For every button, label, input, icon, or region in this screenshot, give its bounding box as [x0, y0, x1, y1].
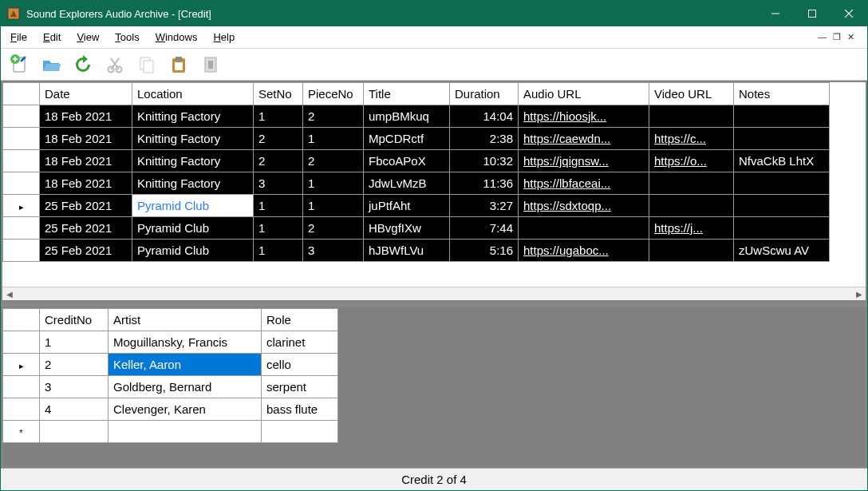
scroll-right-icon[interactable]: ▶ [852, 290, 866, 299]
table-row[interactable]: ▸25 Feb 2021Pyramid Club11juPtfAht3:27ht… [3, 195, 830, 217]
pieces-grid[interactable]: DateLocationSetNoPieceNoTitleDurationAud… [2, 82, 830, 262]
refresh-button[interactable] [69, 51, 97, 78]
col-header-title[interactable]: Title [364, 83, 450, 105]
cell-notes[interactable] [734, 217, 830, 240]
table-row[interactable]: 1Moguillansky, Francisclarinet [3, 331, 338, 354]
cell-pieceno[interactable]: 1 [303, 195, 364, 217]
cell-duration[interactable]: 10:32 [450, 150, 519, 172]
cell-audiourl[interactable]: https://ugaboc... [519, 240, 649, 262]
link[interactable]: https://o... [654, 154, 707, 168]
link[interactable]: https://sdxtoqp... [523, 199, 611, 212]
cell-role[interactable]: cello [262, 354, 338, 376]
cell-setno[interactable]: 1 [254, 217, 303, 240]
table-row[interactable]: 25 Feb 2021Pyramid Club13hJBWfLVu5:16htt… [3, 240, 830, 262]
cell-pieceno[interactable]: 2 [303, 217, 364, 240]
cell-pieceno[interactable]: 3 [303, 240, 364, 262]
cell-audiourl[interactable]: https://caewdn... [519, 128, 649, 150]
col-header-role[interactable]: Role [262, 309, 338, 331]
menu-file[interactable]: File [10, 31, 27, 43]
open-button[interactable] [37, 51, 65, 78]
link[interactable]: https://caewdn... [523, 132, 610, 145]
link[interactable]: https://j... [654, 221, 703, 235]
row-header[interactable] [3, 105, 40, 128]
table-row[interactable]: 18 Feb 2021Knitting Factory12umpBMkuq14:… [3, 105, 830, 128]
cell-creditno[interactable]: 2 [40, 354, 108, 376]
row-header[interactable] [3, 128, 40, 150]
cell-role[interactable]: bass flute [262, 398, 338, 421]
link[interactable]: https://hioosjk... [523, 109, 606, 123]
cell-setno[interactable]: 2 [254, 128, 303, 150]
cell-title[interactable]: juPtfAht [364, 195, 450, 217]
cell-date[interactable]: 18 Feb 2021 [40, 128, 132, 150]
cell-notes[interactable]: zUwScwu AV [734, 240, 830, 262]
copy-button[interactable] [133, 51, 160, 78]
cell-duration[interactable]: 5:16 [450, 240, 519, 262]
cell-notes[interactable] [734, 172, 830, 195]
cell-duration[interactable]: 14:04 [450, 105, 519, 128]
cell-audiourl[interactable] [519, 217, 649, 240]
row-header[interactable]: ▸ [3, 354, 40, 376]
cell-location[interactable]: Knitting Factory [132, 172, 254, 195]
cell-title[interactable]: umpBMkuq [364, 105, 450, 128]
cell-videourl[interactable] [649, 172, 734, 195]
cell-videourl[interactable]: https://c... [649, 128, 734, 150]
col-header-creditno[interactable]: CreditNo [40, 309, 108, 331]
row-header[interactable] [3, 240, 40, 262]
table-row[interactable]: 18 Feb 2021Knitting Factory21MpCDRctf2:3… [3, 128, 830, 150]
table-row[interactable]: 25 Feb 2021Pyramid Club12HBvgfIXw7:44htt… [3, 217, 830, 240]
mdi-restore-icon[interactable]: ❐ [833, 32, 841, 42]
mdi-close-icon[interactable]: ✕ [847, 32, 854, 42]
table-row[interactable]: * [3, 421, 338, 443]
menu-windows[interactable]: Windows [156, 31, 198, 43]
cell-videourl[interactable]: https://o... [649, 150, 734, 172]
table-row[interactable]: ▸2Keller, Aaroncello [3, 354, 338, 376]
col-header-duration[interactable]: Duration [450, 83, 519, 105]
menu-tools[interactable]: Tools [115, 31, 139, 43]
cell-pieceno[interactable]: 2 [303, 105, 364, 128]
table-row[interactable]: 3Goldberg, Bernardserpent [3, 376, 338, 398]
cell-date[interactable]: 18 Feb 2021 [40, 172, 132, 195]
cell-setno[interactable]: 3 [254, 172, 303, 195]
cell-pieceno[interactable]: 1 [303, 172, 364, 195]
cell-notes[interactable] [734, 128, 830, 150]
pieces-hscrollbar[interactable]: ◀ ▶ [2, 287, 866, 300]
table-row[interactable]: 18 Feb 2021Knitting Factory31JdwLvMzB11:… [3, 172, 830, 195]
splitter[interactable] [1, 302, 867, 307]
cell-creditno[interactable]: 4 [40, 398, 108, 421]
table-row[interactable]: 18 Feb 2021Knitting Factory22FbcoAPoX10:… [3, 150, 830, 172]
col-header-video-url[interactable]: Video URL [649, 83, 734, 105]
cell-role[interactable]: serpent [262, 376, 338, 398]
cell-creditno[interactable]: 1 [40, 331, 108, 354]
cell-date[interactable]: 18 Feb 2021 [40, 105, 132, 128]
cell-title[interactable]: JdwLvMzB [364, 172, 450, 195]
cell-audiourl[interactable]: https://lbfaceai... [519, 172, 649, 195]
cell-setno[interactable]: 1 [254, 240, 303, 262]
row-header[interactable]: ▸ [3, 195, 40, 217]
cell-videourl[interactable] [649, 240, 734, 262]
paste-button[interactable] [165, 51, 192, 78]
cell-role[interactable] [262, 421, 338, 443]
row-header[interactable] [3, 376, 40, 398]
cell-setno[interactable]: 2 [254, 150, 303, 172]
cell-date[interactable]: 25 Feb 2021 [40, 217, 132, 240]
pieces-grid-scroll[interactable]: DateLocationSetNoPieceNoTitleDurationAud… [2, 82, 866, 287]
link[interactable]: https://c... [654, 132, 706, 145]
menu-help[interactable]: Help [213, 31, 235, 43]
row-header[interactable] [3, 331, 40, 354]
table-row[interactable]: 4Clevenger, Karenbass flute [3, 398, 338, 421]
cell-audiourl[interactable]: https://hioosjk... [519, 105, 649, 128]
cell-artist[interactable]: Goldberg, Bernard [108, 376, 262, 398]
cell-creditno[interactable] [40, 421, 108, 443]
cell-role[interactable]: clarinet [262, 331, 338, 354]
cell-date[interactable]: 18 Feb 2021 [40, 150, 132, 172]
cell-notes[interactable] [734, 195, 830, 217]
cell-setno[interactable]: 1 [254, 195, 303, 217]
link-button[interactable] [197, 51, 224, 78]
cell-duration[interactable]: 7:44 [450, 217, 519, 240]
link[interactable]: https://lbfaceai... [523, 176, 610, 190]
cell-title[interactable]: FbcoAPoX [364, 150, 450, 172]
cell-audiourl[interactable]: https://jqignsw... [519, 150, 649, 172]
cell-artist[interactable]: Keller, Aaron [108, 354, 262, 376]
cell-location[interactable]: Pyramid Club [132, 240, 254, 262]
new-button[interactable] [6, 51, 33, 78]
